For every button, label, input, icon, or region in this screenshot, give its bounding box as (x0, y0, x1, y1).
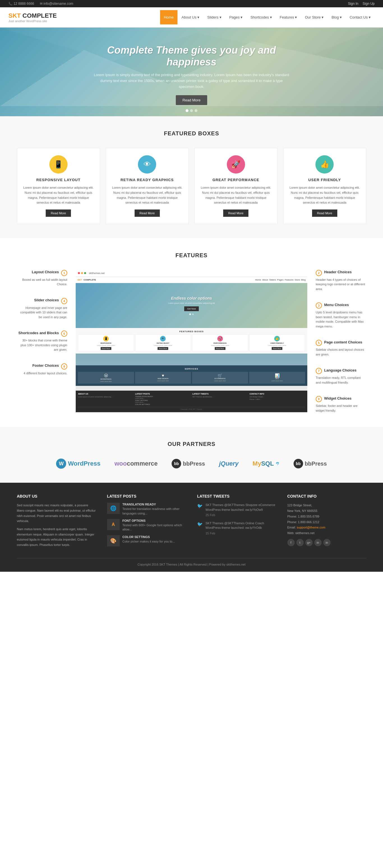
footer-social: f t g+ in in (287, 539, 367, 546)
logo-text: SKT COMPLETE (8, 12, 57, 20)
box-text-3: Lorem ipsum dolor amet consectetur adipi… (200, 185, 272, 205)
partners-title: OUR PARTNERS (17, 441, 366, 447)
footer-grid: ABOUT US Sed suscipit mauris nec mauris … (17, 494, 366, 550)
bbpress2-label: bbPress (305, 461, 327, 467)
nav-item-shortcodes[interactable]: Shortcodes ▾ (246, 10, 276, 25)
features-left: Layout Choices 1 Boxed as well as full w… (17, 270, 67, 376)
footer-post-title-2: FONT OPTIONS (123, 519, 186, 522)
box-text-4: Lorem ipsum dolor amet consectetur adipi… (289, 185, 360, 205)
footer-tweet-content-2: SKT Themes @SKTThemes Online Coach WordP… (206, 521, 276, 536)
wordpress-icon: W (56, 459, 66, 469)
footer: ABOUT US Sed suscipit mauris nec mauris … (0, 483, 383, 572)
hero-title: Complete Theme gives you joy and happine… (93, 44, 290, 68)
hero-dot-2[interactable] (190, 109, 193, 112)
top-bar: 📞 12 8888 6666 ✉ info@sitename.com Sign … (0, 0, 383, 7)
feature-text-3: Upto 5 level dropdowns menu has been tes… (316, 310, 366, 329)
feature-title-1: Layout Choices (32, 270, 59, 274)
feature-number-9: 9 (316, 396, 322, 402)
box-title-1: RESPONSIVE LAYOUT (23, 178, 94, 182)
footer-web: Web: sktthemes.net (287, 530, 367, 536)
social-google-icon[interactable]: g+ (305, 539, 313, 546)
logo-sub: Just another WordPress site (8, 20, 57, 23)
hero-dot-1[interactable] (186, 109, 188, 112)
mysql-label: MySQL (253, 460, 274, 467)
logo-complete: COMPLETE (21, 12, 57, 19)
partner-bbpress: bb bbPress (172, 459, 205, 468)
twitter-icon-2: 🐦 (197, 522, 203, 536)
feature-number-1: 1 (61, 270, 67, 276)
feature-title-3: Menu Choices (324, 303, 349, 307)
nav-item-pages[interactable]: Pages ▾ (225, 10, 246, 25)
featured-boxes-title: FEATURED BOXES (17, 130, 366, 137)
footer-tweet-2: 🐦 SKT Themes @SKTThemes Online Coach Wor… (197, 521, 276, 536)
feature-text-6: 30+ blocks that come with theme plus 100… (17, 338, 67, 352)
footer-about-col: ABOUT US Sed suscipit mauris nec mauris … (17, 494, 96, 550)
footer-post-text-3: Color picker makes it easy for you to... (123, 539, 175, 544)
footer-tweet-content-1: SKT Themes @SKTThemes Shopzee eCommerce … (206, 503, 276, 518)
hero-dots (186, 109, 197, 112)
footer-post-text-1: Tested for translation readiness with ot… (123, 507, 186, 516)
nav-item-about[interactable]: About Us ▾ (177, 10, 203, 25)
twitter-icon-1: 🐦 (197, 503, 203, 518)
box-readmore-btn-4[interactable]: Read More (312, 210, 337, 217)
partner-wordpress: W WordPress (56, 459, 100, 469)
box-readmore-btn-1[interactable]: Read More (46, 210, 71, 217)
partners-section: OUR PARTNERS W WordPress woocommerce bb … (0, 427, 383, 483)
feature-title-4: Slider choices (34, 298, 59, 302)
nav-item-features[interactable]: Features ▾ (276, 10, 301, 25)
nav-item-contact[interactable]: Contact Us ▾ (346, 10, 375, 25)
feature-text-7: Translation ready, RTL compliant and mul… (316, 375, 366, 385)
partner-jquery: jQuery (219, 460, 239, 467)
partner-woocommerce: woocommerce (114, 460, 158, 467)
box-readmore-btn-2[interactable]: Read More (135, 210, 160, 217)
footer-post-title-1: TRANSLATION READY (123, 503, 186, 506)
footer-post-thumb-2: A (107, 519, 120, 530)
box-icon-1: 📱 (49, 155, 68, 174)
footer-post-content-1: TRANSLATION READY Tested for translation… (123, 503, 186, 516)
social-twitter-icon[interactable]: t (297, 539, 304, 546)
social-linkedin-icon[interactable]: in (314, 539, 322, 546)
main-nav: Home About Us ▾ Sliders ▾ Pages ▾ Shortc… (160, 10, 375, 25)
box-card-3: 🚀 GREAT PERFORMANCE Lorem ipsum dolor am… (194, 148, 278, 224)
box-text-2: Lorem ipsum dolor amet consectetur adipi… (112, 185, 183, 205)
footer-email-link[interactable]: support@theme.com (297, 526, 325, 529)
footer-post-thumb-3: 🎨 (107, 535, 120, 547)
footer-post-1: 🌐 TRANSLATION READY Tested for translati… (107, 503, 186, 516)
feature-title-8: Footer Choices (32, 363, 59, 368)
header: SKT COMPLETE Just another WordPress site… (0, 7, 383, 28)
logo-skt: SKT (8, 12, 21, 19)
signup-link[interactable]: Sign Up (362, 2, 375, 6)
footer-contact-col: CONTACT INFO 123 Bridge Street, New York… (287, 494, 367, 550)
feature-item-8: Footer Choices 8 4 different footer layo… (17, 363, 67, 376)
footer-contact-details: 123 Bridge Street, New York, NY 666555 P… (287, 503, 367, 536)
footer-post-2: A FONT OPTIONS Tested with 600+ Google f… (107, 519, 186, 532)
nav-item-store[interactable]: Our Store ▾ (301, 10, 327, 25)
feature-text-8: 4 different footer layout choices. (17, 371, 67, 376)
nav-item-blog[interactable]: Blog ▾ (327, 10, 346, 25)
footer-post-3: 🎨 COLOR SETTINGS Color picker makes it e… (107, 535, 186, 547)
nav-item-sliders[interactable]: Sliders ▾ (203, 10, 225, 25)
nav-item-home[interactable]: Home (160, 10, 178, 25)
bbpress2-icon: bb (293, 459, 303, 468)
box-icon-4: 👍 (315, 155, 334, 174)
social-facebook-icon[interactable]: f (287, 539, 295, 546)
feature-number-4: 4 (61, 298, 67, 304)
box-readmore-btn-3[interactable]: Read More (223, 210, 248, 217)
footer-bottom: Copyright 2016 SKT Themes | All Rights R… (17, 558, 366, 566)
features-right: 2 Header Choices Header has 4 types of c… (316, 270, 366, 413)
footer-about-text2: Nam metus lorem, hendrerit quis ante ege… (17, 527, 96, 548)
feature-text-1: Boxed as well as full width layout Choic… (17, 277, 67, 287)
feature-title-9: Widget Choices (324, 396, 351, 400)
social-instagram-icon[interactable]: in (323, 539, 330, 546)
featured-boxes-section: FEATURED BOXES 📱 RESPONSIVE LAYOUT Lorem… (0, 116, 383, 238)
feature-item-4: Slider choices 4 Homepage and inner page… (17, 298, 67, 319)
features-title: FEATURES (17, 252, 366, 259)
hero-dot-3[interactable] (195, 109, 197, 112)
feature-text-9: Sidebar, footer and header are widget fr… (316, 404, 366, 413)
feature-item-5: 5 Page content Choices Sidebar choices a… (316, 340, 366, 356)
feature-title-5: Page content Choices (324, 340, 362, 344)
feature-item-2: 2 Header Choices Header has 4 types of c… (316, 270, 366, 291)
top-bar-right: Sign In Sign Up (348, 2, 375, 6)
signin-link[interactable]: Sign In (348, 2, 358, 6)
hero-readmore-button[interactable]: Read More (176, 95, 207, 105)
